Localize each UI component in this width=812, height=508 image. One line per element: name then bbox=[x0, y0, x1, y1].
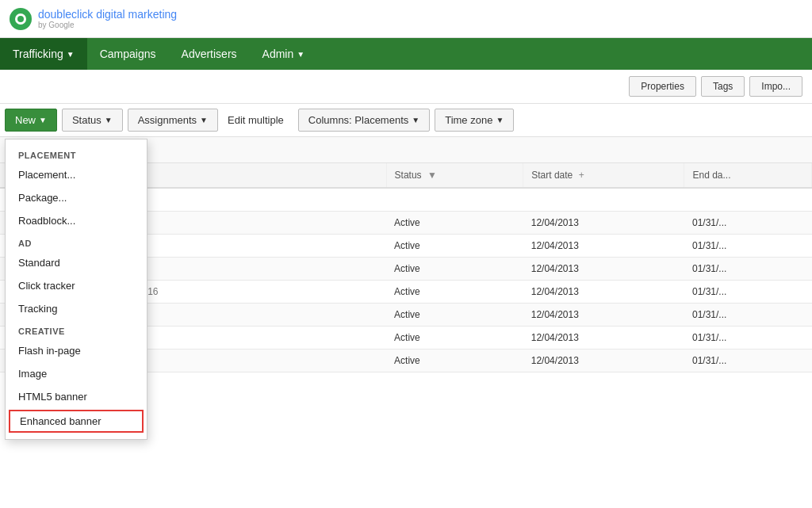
cell-start-date: 12/04/2013 bbox=[523, 327, 684, 349]
html5-banner-item[interactable]: HTML5 banner bbox=[6, 385, 147, 408]
new-button[interactable]: New ▼ bbox=[5, 109, 57, 132]
standard-item[interactable]: Standard bbox=[6, 251, 147, 274]
cell-status: Active bbox=[386, 212, 523, 235]
image-item[interactable]: Image bbox=[6, 362, 147, 385]
logo-sub: by Google bbox=[38, 21, 177, 29]
nav-bar: Trafficking ▼ Campaigns Advertisers Admi… bbox=[0, 38, 812, 70]
col-status: Status ▼ bbox=[386, 163, 523, 188]
cell-end-date: 01/31/... bbox=[684, 258, 812, 281]
placement-item[interactable]: Placement... bbox=[6, 163, 147, 186]
logo-text: doubleclick digital marketing bbox=[38, 8, 177, 21]
cell-end-date bbox=[684, 188, 812, 212]
cell-end-date: 01/31/... bbox=[684, 304, 812, 327]
timezone-arrow-icon: ▼ bbox=[496, 116, 504, 124]
col-start-date: Start date + bbox=[523, 163, 684, 188]
creative-section-label: Creative bbox=[6, 320, 147, 339]
nav-advertisers[interactable]: Advertisers bbox=[169, 38, 250, 70]
status-sort-icon[interactable]: ▼ bbox=[427, 170, 437, 181]
assignments-button[interactable]: Assignments ▼ bbox=[128, 109, 218, 132]
columns-arrow-icon: ▼ bbox=[412, 116, 419, 124]
cell-status: Active bbox=[386, 304, 523, 327]
enhanced-banner-item[interactable]: Enhanced banner bbox=[9, 410, 144, 433]
actions-bar: Properties Tags Impo... bbox=[0, 70, 812, 104]
roadblock-item[interactable]: Roadblock... bbox=[6, 209, 147, 232]
cell-end-date: 01/31/... bbox=[684, 235, 812, 258]
cell-start-date: 12/04/2013 bbox=[523, 235, 684, 258]
cell-start-date: 12/04/2013 bbox=[523, 281, 684, 304]
nav-admin[interactable]: Admin ▼ bbox=[250, 38, 318, 70]
cell-status: Active bbox=[386, 258, 523, 281]
nav-trafficking[interactable]: Trafficking ▼ bbox=[0, 38, 87, 70]
tracking-item[interactable]: Tracking bbox=[6, 297, 147, 320]
logo-icon bbox=[10, 8, 32, 30]
cell-start-date: 12/04/2013 bbox=[523, 258, 684, 281]
toolbar: New ▼ Status ▼ Assignments ▼ Edit multip… bbox=[0, 104, 812, 137]
timezone-button[interactable]: Time zone ▼ bbox=[435, 109, 514, 132]
cell-status: Active bbox=[386, 281, 523, 304]
assignments-arrow-icon: ▼ bbox=[200, 116, 208, 124]
cell-status: Active bbox=[386, 327, 523, 349]
cell-end-date: 01/31/... bbox=[684, 281, 812, 304]
cell-status bbox=[386, 188, 523, 212]
columns-button[interactable]: Columns: Placements ▼ bbox=[298, 109, 430, 132]
cell-start-date: 12/04/2013 bbox=[523, 212, 684, 235]
logo-area: doubleclick digital marketing by Google bbox=[10, 8, 177, 30]
startdate-sort-icon[interactable]: + bbox=[579, 170, 584, 181]
flash-inpage-item[interactable]: Flash in-page bbox=[6, 339, 147, 362]
ad-section-label: Ad bbox=[6, 232, 147, 251]
svg-point-2 bbox=[17, 16, 24, 22]
cell-status: Active bbox=[386, 349, 523, 372]
status-arrow-icon: ▼ bbox=[105, 116, 113, 124]
status-button[interactable]: Status ▼ bbox=[62, 109, 123, 132]
edit-multiple-button[interactable]: Edit multiple bbox=[218, 109, 293, 131]
placement-section-label: Placement bbox=[6, 144, 147, 163]
properties-button[interactable]: Properties bbox=[629, 76, 696, 97]
nav-campaigns[interactable]: Campaigns bbox=[87, 38, 169, 70]
click-tracker-item[interactable]: Click tracker bbox=[6, 274, 147, 297]
trafficking-arrow-icon: ▼ bbox=[67, 50, 75, 59]
cell-end-date: 01/31/... bbox=[684, 212, 812, 235]
cell-status: Active bbox=[386, 235, 523, 258]
top-bar: doubleclick digital marketing by Google bbox=[0, 0, 812, 38]
col-end-date: End da... bbox=[684, 163, 812, 188]
cell-end-date: 01/31/... bbox=[684, 327, 812, 349]
new-arrow-icon: ▼ bbox=[39, 116, 47, 124]
tags-button[interactable]: Tags bbox=[701, 76, 745, 97]
cell-start-date: 12/04/2013 bbox=[523, 349, 684, 372]
cell-start-date bbox=[523, 188, 684, 212]
cell-end-date: 01/31/... bbox=[684, 349, 812, 372]
package-item[interactable]: Package... bbox=[6, 186, 147, 209]
cell-start-date: 12/04/2013 bbox=[523, 304, 684, 327]
admin-arrow-icon: ▼ bbox=[297, 50, 304, 59]
import-button[interactable]: Impo... bbox=[749, 76, 802, 97]
new-dropdown-menu: Placement Placement... Package... Roadbl… bbox=[5, 139, 147, 440]
